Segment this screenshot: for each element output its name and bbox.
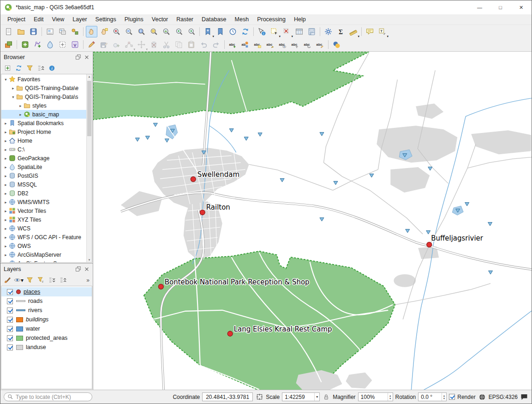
maximize-button[interactable]: □ [490,0,511,14]
zoom-last-button[interactable] [173,26,185,37]
layer-checkbox-landuse[interactable] [7,344,13,350]
chevron-down-icon[interactable]: ▾ [3,77,8,82]
menu-raster[interactable]: Raster [172,15,197,24]
new-shapefile-layer-button[interactable] [32,39,43,50]
layer-checkbox-places[interactable] [7,289,13,295]
map-svg[interactable]: SwellendamRailtonBuffeljagsrivierBontebo… [93,52,532,390]
chevron-right-icon[interactable]: ▸ [3,156,8,161]
browser-item-arcgisfeatureserver[interactable]: ▸ArcGisFeatureServer [1,259,86,262]
zoom-out-button[interactable] [123,26,135,37]
pan-map-button[interactable] [86,26,97,37]
save-project-button[interactable] [28,26,39,37]
layers-float-icon[interactable] [74,265,82,273]
browser-close-icon[interactable] [83,54,90,61]
chevron-right-icon[interactable]: ▸ [3,147,8,152]
chevron-right-icon[interactable]: ▸ [18,112,23,117]
filter-legend-by-expression-button[interactable]: ε [36,275,46,285]
open-attribute-table-button[interactable] [293,26,305,37]
pan-to-selection-button[interactable] [98,26,110,37]
browser-item-db2[interactable]: ▸DB2 [1,189,86,198]
chevron-right-icon[interactable]: ▸ [3,174,8,178]
scrollbar-thumb[interactable] [87,81,91,136]
pin-unpin-labels-button[interactable]: abc [264,39,276,50]
browser-item-postgis[interactable]: ▸PostGIS [1,171,86,180]
dropdown-arrow-icon[interactable]: ▾ [358,35,359,38]
browser-item-geopackage[interactable]: ▸GeoPackage [1,154,86,163]
layer-row-rivers[interactable]: rivers [1,306,92,315]
browser-scrollbar[interactable]: ▲▼ [86,74,92,262]
browser-item-styles[interactable]: ▸styles [1,101,86,110]
new-virtual-layer-button[interactable]: V [69,39,81,50]
menu-processing[interactable]: Processing [253,15,290,24]
menu-project[interactable]: Project [3,15,30,24]
dropdown-arrow-icon[interactable]: ▾ [212,35,214,38]
open-layer-styling-button[interactable] [3,275,12,285]
zoom-to-selection-button[interactable] [148,26,160,37]
python-console-button[interactable] [331,39,342,50]
layer-row-water[interactable]: water [1,324,92,333]
zoom-to-layer-button[interactable] [161,26,172,37]
messages-icon[interactable] [520,393,528,401]
browser-float-icon[interactable] [74,54,82,61]
browser-item-arcgismapserver[interactable]: ▸ArcGisMapServer [1,250,86,259]
properties-widget-button[interactable]: i [47,63,57,73]
new-print-layout-button[interactable] [44,26,56,37]
expand-all-layers-button[interactable] [47,275,57,285]
refresh-map-button[interactable] [239,26,251,37]
new-spatialite-layer-button[interactable] [44,39,56,50]
rotation-spin-arrows[interactable]: ▲▼ [442,393,446,401]
chevron-right-icon[interactable]: ▸ [3,191,8,196]
zoom-full-button[interactable] [136,26,147,37]
save-layer-edits-button[interactable] [98,39,110,50]
browser-item-c[interactable]: ▸C:\ [1,145,86,154]
cut-features-button[interactable] [161,39,172,50]
menu-settings[interactable]: Settings [91,15,120,24]
manage-map-themes-button[interactable]: ▾ [14,275,24,285]
layer-checkbox-water[interactable] [7,326,13,332]
browser-item-wfs-ogc-api-feature[interactable]: ▸WFS / OGC API - Feature [1,233,86,241]
style-manager-button[interactable] [69,26,81,37]
chevron-right-icon[interactable]: ▸ [18,103,23,108]
render-checkbox[interactable] [449,394,455,400]
statistical-summary-button[interactable]: Σ [335,26,347,37]
copy-features-button[interactable] [173,39,185,50]
layer-checkbox-rivers[interactable] [7,308,13,314]
deselect-features-button[interactable]: ▾ [281,26,293,37]
layer-labeling-options-button[interactable]: abc [227,39,239,50]
undo-button[interactable] [198,39,209,50]
epsg-label[interactable]: EPSG:4326 [489,394,518,400]
show-spatial-bookmarks-button[interactable] [215,26,226,37]
zoom-in-button[interactable] [111,26,122,37]
map-tips-button[interactable] [364,26,376,37]
chevron-right-icon[interactable]: ▸ [3,130,8,134]
select-features-button[interactable]: ▾ [269,26,280,37]
dropdown-arrow-icon[interactable]: ▾ [291,35,293,38]
processing-toolbox-button[interactable] [323,26,334,37]
rotate-label-button[interactable]: abc [302,39,313,50]
chevron-right-icon[interactable]: ▸ [3,226,8,231]
browser-item-spatial-bookmarks[interactable]: ▸Spatial Bookmarks [1,119,86,127]
menu-edit[interactable]: Edit [30,15,48,24]
locator-input[interactable]: Type to locate (Ctrl+K) [4,392,92,401]
close-button[interactable]: ✕ [511,0,532,14]
highlight-pinned-labels-button[interactable]: abc [252,39,263,50]
chevron-right-icon[interactable]: ▸ [3,200,8,205]
toggle-editing-button[interactable] [86,39,97,50]
menu-mesh[interactable]: Mesh [231,15,253,24]
new-temporary-scratch-layer-button[interactable] [57,39,68,50]
open-data-source-manager-button[interactable] [3,39,14,50]
lock-scale-icon[interactable] [322,393,330,401]
browser-item-favorites[interactable]: ▾Favorites [1,75,86,84]
paste-features-button[interactable] [185,39,197,50]
dropdown-arrow-icon[interactable]: ▾ [133,48,135,51]
collapse-all-button[interactable] [36,63,46,73]
vertex-tool-button[interactable]: ▾ [123,39,135,50]
layer-row-buildings[interactable]: buildings [1,315,92,324]
zoom-next-button[interactable] [185,26,197,37]
map-canvas[interactable]: SwellendamRailtonBuffeljagsrivierBontebo… [93,52,532,390]
menu-plugins[interactable]: Plugins [120,15,148,24]
chevron-right-icon[interactable]: ▸ [3,253,8,257]
chevron-right-icon[interactable]: ▸ [3,165,8,169]
magnifier-spin-arrows[interactable]: ▲▼ [388,393,392,401]
show-layout-manager-button[interactable] [57,26,68,37]
